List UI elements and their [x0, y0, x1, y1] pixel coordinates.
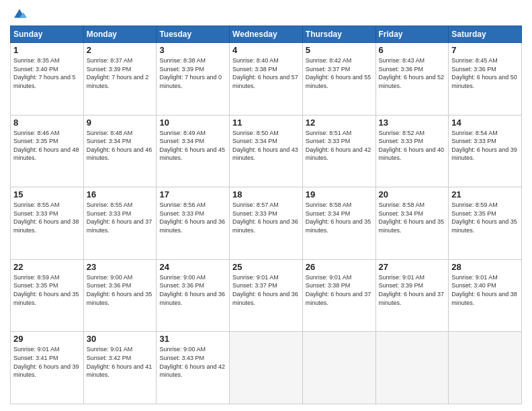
cell-info: Sunrise: 8:49 AMSunset: 3:34 PMDaylight:…: [159, 129, 226, 163]
day-number: 30: [87, 334, 154, 344]
table-row: 11 Sunrise: 8:50 AMSunset: 3:34 PMDaylig…: [230, 115, 303, 187]
cell-info: Sunrise: 8:37 AMSunset: 3:39 PMDaylight:…: [87, 56, 154, 90]
table-row: 7 Sunrise: 8:45 AMSunset: 3:36 PMDayligh…: [449, 43, 522, 116]
calendar-row: 1 Sunrise: 8:35 AMSunset: 3:40 PMDayligh…: [11, 43, 522, 116]
table-row: [375, 332, 449, 404]
day-number: 31: [159, 334, 226, 344]
day-number: 27: [379, 262, 446, 272]
day-number: 16: [87, 189, 154, 199]
table-row: 16 Sunrise: 8:55 AMSunset: 3:33 PMDaylig…: [83, 187, 157, 260]
table-row: 1 Sunrise: 8:35 AMSunset: 3:40 PMDayligh…: [11, 43, 84, 116]
header-monday: Monday: [83, 26, 157, 43]
table-row: 24 Sunrise: 9:00 AMSunset: 3:36 PMDaylig…: [157, 259, 230, 332]
cell-info: Sunrise: 8:40 AMSunset: 3:38 PMDaylight:…: [232, 56, 300, 90]
day-number: 12: [306, 118, 373, 128]
table-row: 28 Sunrise: 9:01 AMSunset: 3:40 PMDaylig…: [449, 259, 522, 332]
table-row: 4 Sunrise: 8:40 AMSunset: 3:38 PMDayligh…: [230, 43, 303, 116]
cell-info: Sunrise: 8:48 AMSunset: 3:34 PMDaylight:…: [87, 129, 154, 163]
logo-text: [10, 7, 28, 20]
header-wednesday: Wednesday: [230, 26, 303, 43]
table-row: 8 Sunrise: 8:46 AMSunset: 3:35 PMDayligh…: [11, 115, 84, 187]
logo-icon: [11, 7, 28, 20]
table-row: 9 Sunrise: 8:48 AMSunset: 3:34 PMDayligh…: [83, 115, 157, 187]
day-number: 28: [451, 262, 519, 272]
day-number: 21: [451, 189, 519, 199]
cell-info: Sunrise: 9:00 AMSunset: 3:36 PMDaylight:…: [87, 273, 154, 307]
cell-info: Sunrise: 8:55 AMSunset: 3:33 PMDaylight:…: [87, 201, 154, 234]
header-tuesday: Tuesday: [157, 26, 230, 43]
calendar-row: 29 Sunrise: 9:01 AMSunset: 3:41 PMDaylig…: [11, 332, 522, 404]
day-number: 29: [13, 334, 81, 344]
cell-info: Sunrise: 8:51 AMSunset: 3:33 PMDaylight:…: [306, 129, 373, 163]
day-number: 13: [379, 118, 446, 128]
day-number: 22: [13, 262, 81, 272]
table-row: 21 Sunrise: 8:59 AMSunset: 3:35 PMDaylig…: [449, 187, 522, 260]
cell-info: Sunrise: 9:00 AMSunset: 3:36 PMDaylight:…: [159, 273, 226, 307]
cell-info: Sunrise: 8:35 AMSunset: 3:40 PMDaylight:…: [13, 56, 81, 90]
header-thursday: Thursday: [302, 26, 375, 43]
header-saturday: Saturday: [449, 26, 522, 43]
cell-info: Sunrise: 9:01 AMSunset: 3:38 PMDaylight:…: [306, 273, 373, 307]
cell-info: Sunrise: 8:42 AMSunset: 3:37 PMDaylight:…: [306, 56, 373, 90]
calendar: Sunday Monday Tuesday Wednesday Thursday…: [10, 26, 522, 404]
cell-info: Sunrise: 9:01 AMSunset: 3:39 PMDaylight:…: [379, 273, 446, 307]
day-number: 14: [451, 118, 519, 128]
day-number: 8: [13, 118, 81, 128]
calendar-row: 15 Sunrise: 8:55 AMSunset: 3:33 PMDaylig…: [11, 187, 522, 260]
calendar-row: 22 Sunrise: 8:59 AMSunset: 3:35 PMDaylig…: [11, 259, 522, 332]
table-row: 29 Sunrise: 9:01 AMSunset: 3:41 PMDaylig…: [11, 332, 84, 404]
cell-info: Sunrise: 9:01 AMSunset: 3:37 PMDaylight:…: [232, 273, 300, 307]
table-row: 25 Sunrise: 9:01 AMSunset: 3:37 PMDaylig…: [230, 259, 303, 332]
table-row: [230, 332, 303, 404]
day-number: 23: [87, 262, 154, 272]
cell-info: Sunrise: 8:45 AMSunset: 3:36 PMDaylight:…: [451, 56, 519, 90]
table-row: 31 Sunrise: 9:00 AMSunset: 3:43 PMDaylig…: [157, 332, 230, 404]
table-row: 5 Sunrise: 8:42 AMSunset: 3:37 PMDayligh…: [302, 43, 375, 116]
day-number: 15: [13, 189, 81, 199]
table-row: 30 Sunrise: 9:01 AMSunset: 3:42 PMDaylig…: [83, 332, 157, 404]
day-number: 5: [306, 45, 373, 55]
day-number: 24: [159, 262, 226, 272]
day-number: 6: [379, 45, 446, 55]
day-number: 20: [379, 189, 446, 199]
logo: [10, 7, 28, 20]
table-row: 14 Sunrise: 8:54 AMSunset: 3:33 PMDaylig…: [449, 115, 522, 187]
cell-info: Sunrise: 8:56 AMSunset: 3:33 PMDaylight:…: [159, 201, 226, 234]
header-friday: Friday: [375, 26, 449, 43]
cell-info: Sunrise: 8:59 AMSunset: 3:35 PMDaylight:…: [13, 273, 81, 307]
table-row: 26 Sunrise: 9:01 AMSunset: 3:38 PMDaylig…: [302, 259, 375, 332]
day-number: 7: [451, 45, 519, 55]
header: [10, 7, 522, 20]
day-number: 1: [13, 45, 81, 55]
table-row: 27 Sunrise: 9:01 AMSunset: 3:39 PMDaylig…: [375, 259, 449, 332]
day-number: 25: [232, 262, 300, 272]
cell-info: Sunrise: 8:59 AMSunset: 3:35 PMDaylight:…: [451, 201, 519, 234]
day-number: 19: [306, 189, 373, 199]
day-number: 4: [232, 45, 300, 55]
table-row: 3 Sunrise: 8:38 AMSunset: 3:39 PMDayligh…: [157, 43, 230, 116]
cell-info: Sunrise: 8:58 AMSunset: 3:34 PMDaylight:…: [306, 201, 373, 234]
table-row: 23 Sunrise: 9:00 AMSunset: 3:36 PMDaylig…: [83, 259, 157, 332]
table-row: [449, 332, 522, 404]
table-row: 13 Sunrise: 8:52 AMSunset: 3:33 PMDaylig…: [375, 115, 449, 187]
day-number: 10: [159, 118, 226, 128]
page: Sunday Monday Tuesday Wednesday Thursday…: [0, 0, 532, 411]
table-row: [302, 332, 375, 404]
cell-info: Sunrise: 8:38 AMSunset: 3:39 PMDaylight:…: [159, 56, 226, 90]
cell-info: Sunrise: 8:57 AMSunset: 3:33 PMDaylight:…: [232, 201, 300, 234]
cell-info: Sunrise: 8:52 AMSunset: 3:33 PMDaylight:…: [379, 129, 446, 163]
cell-info: Sunrise: 9:01 AMSunset: 3:41 PMDaylight:…: [13, 345, 81, 379]
table-row: 6 Sunrise: 8:43 AMSunset: 3:36 PMDayligh…: [375, 43, 449, 116]
cell-info: Sunrise: 8:55 AMSunset: 3:33 PMDaylight:…: [13, 201, 81, 234]
table-row: 22 Sunrise: 8:59 AMSunset: 3:35 PMDaylig…: [11, 259, 84, 332]
calendar-row: 8 Sunrise: 8:46 AMSunset: 3:35 PMDayligh…: [11, 115, 522, 187]
cell-info: Sunrise: 8:54 AMSunset: 3:33 PMDaylight:…: [451, 129, 519, 163]
table-row: 18 Sunrise: 8:57 AMSunset: 3:33 PMDaylig…: [230, 187, 303, 260]
weekday-header-row: Sunday Monday Tuesday Wednesday Thursday…: [11, 26, 522, 43]
header-sunday: Sunday: [11, 26, 84, 43]
day-number: 26: [306, 262, 373, 272]
day-number: 11: [232, 118, 300, 128]
table-row: 15 Sunrise: 8:55 AMSunset: 3:33 PMDaylig…: [11, 187, 84, 260]
day-number: 2: [87, 45, 154, 55]
day-number: 3: [159, 45, 226, 55]
